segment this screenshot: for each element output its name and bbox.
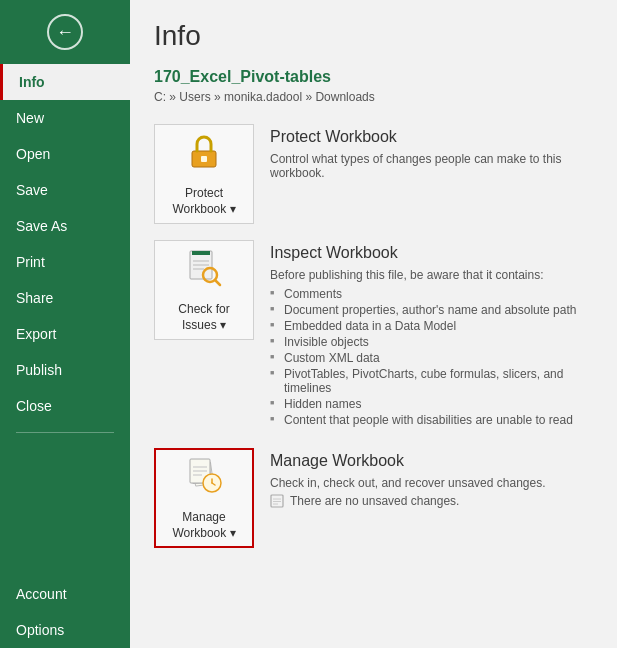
check-issues-label: Check forIssues ▾ bbox=[178, 302, 229, 333]
main-content: Info 170_Excel_Pivot-tables C: » Users »… bbox=[130, 0, 617, 648]
page-title: Info bbox=[154, 20, 593, 52]
manage-heading: Manage Workbook bbox=[270, 452, 593, 470]
list-item: PivotTables, PivotCharts, cube formulas,… bbox=[270, 366, 593, 396]
list-item: Embedded data in a Data Model bbox=[270, 318, 593, 334]
list-item: Invisible objects bbox=[270, 334, 593, 350]
lock-icon bbox=[184, 131, 224, 183]
sidebar-item-export[interactable]: Export bbox=[0, 316, 130, 352]
back-button[interactable]: ← bbox=[0, 0, 130, 64]
sidebar-item-publish[interactable]: Publish bbox=[0, 352, 130, 388]
manage-info: Manage Workbook Check in, check out, and… bbox=[270, 448, 593, 512]
protect-info: Protect Workbook Control what types of c… bbox=[270, 124, 593, 184]
manage-subtext: There are no unsaved changes. bbox=[270, 494, 593, 508]
check-issues-button[interactable]: Check forIssues ▾ bbox=[154, 240, 254, 340]
manage-workbook-button[interactable]: ManageWorkbook ▾ bbox=[154, 448, 254, 548]
list-item: Document properties, author's name and a… bbox=[270, 302, 593, 318]
list-item: Custom XML data bbox=[270, 350, 593, 366]
protect-description: Control what types of changes people can… bbox=[270, 152, 593, 180]
protect-workbook-button[interactable]: ProtectWorkbook ▾ bbox=[154, 124, 254, 224]
manage-description: Check in, check out, and recover unsaved… bbox=[270, 476, 593, 490]
manage-section: ManageWorkbook ▾ Manage Workbook Check i… bbox=[154, 448, 593, 548]
sidebar-item-new[interactable]: New bbox=[0, 100, 130, 136]
inspect-info: Inspect Workbook Before publishing this … bbox=[270, 240, 593, 432]
document-small-icon bbox=[270, 494, 284, 508]
svg-rect-3 bbox=[192, 251, 210, 255]
list-item: Comments bbox=[270, 286, 593, 302]
sidebar-bottom: Account Options bbox=[0, 576, 130, 648]
sidebar-item-open[interactable]: Open bbox=[0, 136, 130, 172]
sidebar-item-account[interactable]: Account bbox=[0, 576, 130, 612]
manage-icon bbox=[184, 455, 224, 507]
back-circle-icon: ← bbox=[47, 14, 83, 50]
protect-section: ProtectWorkbook ▾ Protect Workbook Contr… bbox=[154, 124, 593, 224]
inspect-section: Check forIssues ▾ Inspect Workbook Befor… bbox=[154, 240, 593, 432]
sidebar-item-options[interactable]: Options bbox=[0, 612, 130, 648]
sidebar-item-close[interactable]: Close bbox=[0, 388, 130, 424]
sidebar: ← Info New Open Save Save As Print Share… bbox=[0, 0, 130, 648]
protect-button-label: ProtectWorkbook ▾ bbox=[172, 186, 235, 217]
manage-button-label: ManageWorkbook ▾ bbox=[172, 510, 235, 541]
file-path: C: » Users » monika.dadool » Downloads bbox=[154, 90, 593, 104]
protect-heading: Protect Workbook bbox=[270, 128, 593, 146]
sidebar-item-info[interactable]: Info bbox=[0, 64, 130, 100]
sidebar-divider bbox=[16, 432, 114, 433]
sidebar-item-print[interactable]: Print bbox=[0, 244, 130, 280]
list-item: Content that people with disabilities ar… bbox=[270, 412, 593, 428]
inspect-heading: Inspect Workbook bbox=[270, 244, 593, 262]
inspect-list: Comments Document properties, author's n… bbox=[270, 286, 593, 428]
svg-line-8 bbox=[215, 280, 220, 285]
inspect-icon bbox=[184, 247, 224, 299]
file-name: 170_Excel_Pivot-tables bbox=[154, 68, 593, 86]
inspect-description: Before publishing this file, be aware th… bbox=[270, 268, 593, 282]
back-arrow-icon: ← bbox=[56, 22, 74, 43]
sidebar-item-share[interactable]: Share bbox=[0, 280, 130, 316]
sidebar-item-save-as[interactable]: Save As bbox=[0, 208, 130, 244]
svg-rect-1 bbox=[201, 156, 207, 162]
list-item: Hidden names bbox=[270, 396, 593, 412]
sidebar-item-save[interactable]: Save bbox=[0, 172, 130, 208]
